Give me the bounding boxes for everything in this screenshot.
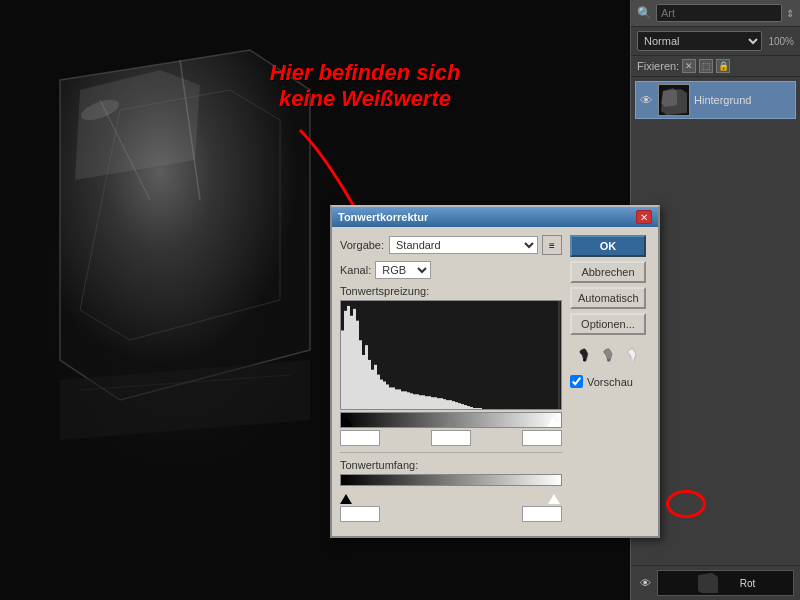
auto-button[interactable]: Automatisch bbox=[570, 287, 646, 309]
annotation-text: Hier befinden sich keine Weißwerte bbox=[240, 60, 490, 113]
input-levels-label: Tonwertspreizung: bbox=[340, 285, 562, 297]
svg-rect-62 bbox=[473, 408, 476, 409]
svg-rect-48 bbox=[431, 397, 434, 409]
svg-rect-38 bbox=[401, 391, 404, 409]
svg-rect-63 bbox=[476, 408, 479, 409]
svg-rect-26 bbox=[365, 345, 368, 409]
fix-position-icon[interactable]: ✕ bbox=[682, 59, 696, 73]
layer-name: Hintergrund bbox=[694, 94, 751, 106]
input-values-row: 0 1,00 255 bbox=[340, 430, 562, 446]
options-button[interactable]: Optionen... bbox=[570, 313, 646, 335]
svg-point-68 bbox=[631, 359, 634, 362]
output-levels-section: Tonwertumfang: 0 255 bbox=[340, 452, 562, 522]
fix-all-icon[interactable]: 🔒 bbox=[716, 59, 730, 73]
output-levels-label: Tonwertumfang: bbox=[340, 459, 562, 471]
svg-rect-19 bbox=[344, 311, 347, 409]
svg-rect-42 bbox=[413, 394, 416, 409]
svg-rect-59 bbox=[464, 405, 467, 409]
svg-rect-53 bbox=[446, 400, 449, 409]
preset-select[interactable]: Standard bbox=[389, 236, 538, 254]
svg-rect-30 bbox=[377, 375, 380, 409]
svg-rect-25 bbox=[362, 355, 365, 409]
output-highlight-slider[interactable] bbox=[548, 494, 560, 504]
channel-row: Kanal: RGB bbox=[340, 261, 562, 279]
output-shadow-slider[interactable] bbox=[340, 494, 352, 504]
svg-marker-16 bbox=[698, 573, 718, 593]
blend-mode-select[interactable]: Normal bbox=[637, 31, 762, 51]
svg-rect-50 bbox=[437, 398, 440, 409]
svg-rect-35 bbox=[392, 387, 395, 409]
svg-rect-28 bbox=[371, 370, 374, 409]
fix-image-icon[interactable]: ⬚ bbox=[699, 59, 713, 73]
svg-rect-36 bbox=[395, 389, 398, 409]
output-shadow-value[interactable]: 0 bbox=[340, 506, 380, 522]
highlight-value-input[interactable]: 255 bbox=[522, 430, 562, 446]
output-highlight-value[interactable]: 255 bbox=[522, 506, 562, 522]
dialog-title: Tonwertkorrektur bbox=[338, 211, 428, 223]
eyedropper-row bbox=[570, 345, 650, 365]
preview-label[interactable]: Vorschau bbox=[587, 376, 633, 388]
midtone-slider[interactable] bbox=[445, 417, 457, 427]
gray-eyedropper[interactable] bbox=[600, 345, 620, 365]
channel-label: Kanal: bbox=[340, 264, 371, 276]
svg-rect-46 bbox=[425, 396, 428, 409]
svg-rect-23 bbox=[356, 321, 359, 409]
annotation-line1: Hier befinden sich bbox=[270, 60, 461, 85]
preview-row: Vorschau bbox=[570, 375, 650, 388]
sidebar-visibility-icon[interactable]: 👁 bbox=[637, 575, 653, 591]
white-eyedropper[interactable] bbox=[624, 345, 644, 365]
layer-item-background[interactable]: 👁 Hintergrund bbox=[635, 81, 796, 119]
midtone-value-input[interactable]: 1,00 bbox=[431, 430, 471, 446]
black-eyedropper[interactable] bbox=[576, 345, 596, 365]
preset-row: Vorgabe: Standard ≡ bbox=[340, 235, 562, 255]
sidebar-bottom-bar: 👁 Rot bbox=[631, 565, 800, 600]
ok-button[interactable]: OK bbox=[570, 235, 646, 257]
levels-dialog: Tonwertkorrektur ✕ Vorgabe: Standard ≡ K… bbox=[330, 205, 660, 538]
svg-rect-31 bbox=[380, 380, 383, 409]
svg-rect-60 bbox=[467, 406, 470, 409]
annotation-line2: keine Weißwerte bbox=[279, 86, 451, 111]
output-sliders[interactable] bbox=[340, 488, 562, 504]
fixieren-label: Fixieren: bbox=[637, 60, 679, 72]
layer-visibility-icon[interactable]: 👁 bbox=[638, 92, 654, 108]
svg-rect-49 bbox=[434, 397, 437, 409]
svg-point-66 bbox=[583, 359, 586, 362]
svg-rect-37 bbox=[398, 389, 401, 409]
fixieren-row: Fixieren: ✕ ⬚ 🔒 bbox=[631, 56, 800, 77]
highlight-slider[interactable] bbox=[547, 417, 559, 427]
svg-rect-29 bbox=[374, 365, 377, 409]
input-sliders[interactable] bbox=[340, 412, 562, 428]
dialog-left-panel: Vorgabe: Standard ≡ Kanal: RGB Tonwertsp… bbox=[340, 235, 562, 528]
preview-checkbox[interactable] bbox=[570, 375, 583, 388]
dialog-body: Vorgabe: Standard ≡ Kanal: RGB Tonwertsp… bbox=[332, 227, 658, 536]
svg-rect-57 bbox=[458, 403, 461, 409]
svg-rect-20 bbox=[347, 306, 350, 409]
svg-rect-27 bbox=[368, 360, 371, 409]
shadow-slider[interactable] bbox=[341, 417, 353, 427]
svg-rect-43 bbox=[416, 394, 419, 409]
svg-rect-58 bbox=[461, 404, 464, 409]
svg-rect-33 bbox=[386, 384, 389, 409]
svg-rect-45 bbox=[422, 395, 425, 409]
dialog-close-button[interactable]: ✕ bbox=[636, 210, 652, 224]
svg-rect-24 bbox=[359, 340, 362, 409]
blend-mode-row: Normal 100% bbox=[631, 27, 800, 56]
svg-rect-44 bbox=[419, 395, 422, 409]
svg-rect-41 bbox=[410, 393, 413, 409]
svg-rect-64 bbox=[479, 408, 482, 409]
output-gradient-bar bbox=[340, 474, 562, 486]
dialog-titlebar[interactable]: Tonwertkorrektur ✕ bbox=[332, 207, 658, 227]
svg-rect-55 bbox=[452, 401, 455, 409]
search-icon: 🔍 bbox=[637, 6, 652, 20]
svg-rect-61 bbox=[470, 407, 473, 409]
svg-rect-21 bbox=[350, 316, 353, 409]
search-bar: 🔍 ⇕ bbox=[631, 0, 800, 27]
channel-select[interactable]: RGB bbox=[375, 261, 431, 279]
shadow-value-input[interactable]: 0 bbox=[340, 430, 380, 446]
svg-rect-40 bbox=[407, 392, 410, 409]
search-input[interactable] bbox=[656, 4, 782, 22]
svg-rect-32 bbox=[383, 382, 386, 409]
cancel-button[interactable]: Abbrechen bbox=[570, 261, 646, 283]
preset-menu-button[interactable]: ≡ bbox=[542, 235, 562, 255]
svg-point-67 bbox=[607, 359, 610, 362]
